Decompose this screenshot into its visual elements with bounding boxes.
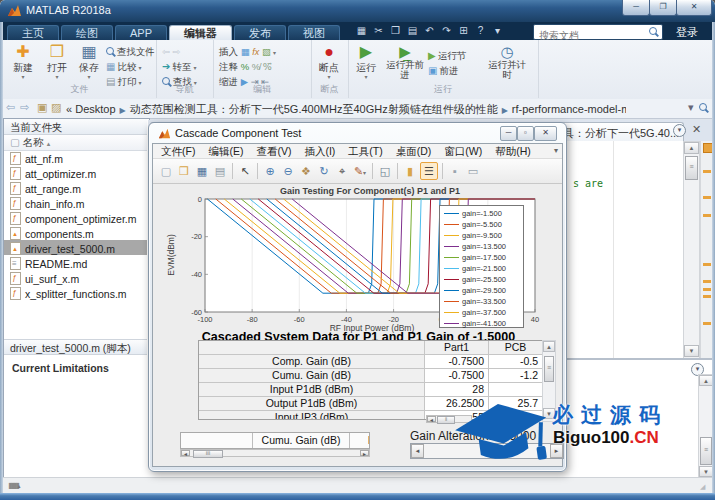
menu-item[interactable]: 查看(V) — [256, 144, 291, 158]
insert-button[interactable]: 插入 ▦ fx ▧▾ — [219, 44, 309, 59]
new-figure-icon[interactable]: ▢ — [158, 163, 174, 179]
menu-item[interactable]: 帮助(H) — [495, 144, 531, 158]
file-details-header[interactable]: driver_test_5000.m (脚本) — [4, 339, 147, 355]
editor-actions-icon[interactable]: ▾ — [673, 124, 686, 137]
hide-plot-tools-icon[interactable]: ▪ — [447, 163, 463, 179]
tab-主页[interactable]: 主页 — [7, 25, 59, 41]
scroll-up-icon[interactable]: ▲ — [543, 341, 555, 352]
table-cell-part1[interactable]: -0.7500 — [425, 355, 489, 369]
analyzer-marker[interactable] — [703, 170, 711, 173]
address-search-icon[interactable] — [699, 103, 707, 111]
scroll-down-icon[interactable]: ▼ — [684, 345, 699, 357]
file-row[interactable]: att_nf.m — [4, 150, 147, 165]
redo-icon[interactable]: ↷ — [439, 24, 454, 38]
plot-legend[interactable]: gain=-1.500gain=-5.500gain=-9.500gain=-1… — [439, 205, 524, 328]
pointer-icon[interactable]: ↖ — [237, 163, 253, 179]
bottom-table-hscrollbar[interactable]: ◄ ⦀⦀ ► — [180, 449, 370, 457]
maximize-button[interactable]: ❐ — [649, 0, 677, 16]
minimize-button[interactable]: ─ — [622, 0, 650, 16]
breakpoints-button[interactable]: ●断点▾ — [313, 43, 345, 80]
tab-绘图[interactable]: 绘图 — [61, 25, 113, 41]
address-dropdown-icon[interactable]: ▾ — [688, 101, 694, 114]
comment-button[interactable]: 注释 % %̸ %⃗ — [219, 59, 309, 74]
table-cell-part1[interactable]: -0.7500 — [425, 369, 489, 383]
scroll-left-icon[interactable]: ◄ — [427, 416, 436, 422]
bottom-table[interactable]: Cumu. Gain (dB) Input — [180, 432, 370, 449]
analyzer-marker[interactable] — [703, 263, 711, 266]
tab-视图[interactable]: 视图 — [288, 25, 340, 41]
table-cell-pcb[interactable]: -1.2 — [489, 369, 543, 383]
login-button[interactable]: 登录 — [676, 25, 698, 40]
help-icon[interactable]: ? — [473, 24, 488, 38]
analyzer-marker[interactable] — [703, 214, 711, 217]
new-button[interactable]: ✚新建▾ — [7, 43, 39, 80]
up-folder-icon[interactable]: ▣ — [37, 101, 47, 114]
compare-button[interactable]: ▦比较▾ — [106, 59, 156, 74]
tab-编辑器[interactable]: 编辑器 — [169, 25, 232, 41]
scroll-up-icon[interactable]: ▲ — [684, 142, 699, 154]
table-cell-pcb[interactable]: -0.5 — [489, 355, 543, 369]
tab-发布[interactable]: 发布 — [234, 25, 286, 41]
show-plot-tools-icon[interactable]: ▭ — [465, 163, 481, 179]
file-row[interactable]: component_optimizer.m — [4, 210, 147, 225]
paste-icon[interactable]: ▤ — [405, 24, 420, 38]
scroll-left-icon[interactable]: ◄ — [181, 450, 190, 456]
scroll-thumb[interactable]: ≡ — [544, 356, 554, 382]
menu-item[interactable]: 编辑(E) — [208, 144, 243, 158]
close-button[interactable]: ✕ — [676, 0, 712, 16]
zoom-out-icon[interactable]: ⊖ — [280, 163, 296, 179]
link-plot-icon[interactable]: ◱ — [377, 163, 393, 179]
resize-grip-icon[interactable]: ◢ — [700, 483, 705, 491]
dialog-close-button[interactable]: ✕ — [534, 126, 557, 141]
copy-icon[interactable]: ❐ — [388, 24, 403, 38]
editor-vscrollbar[interactable]: ▲ ≡ ▼ — [683, 141, 700, 360]
undo-icon[interactable]: ↶ — [422, 24, 437, 38]
breadcrumb-item[interactable]: 动态范围检测工具：分析下一代5G.400MHz至40GHz射频链在组件级的性能 — [130, 103, 498, 115]
nav-forward-icon[interactable]: ⇨ — [20, 101, 29, 114]
goto-button[interactable]: ➔转至▾ — [162, 59, 212, 74]
print-figure-icon[interactable]: ▤ — [212, 163, 228, 179]
statusbar-grip-icon[interactable]: ▮▮▮▮▴ — [8, 481, 21, 490]
analyzer-marker[interactable] — [703, 280, 711, 283]
file-row[interactable]: att_range.m — [4, 180, 147, 195]
analyzer-marker[interactable] — [703, 295, 711, 298]
pan-icon[interactable]: ❖ — [298, 163, 314, 179]
menu-item[interactable]: 工具(T) — [348, 144, 382, 158]
save-figure-icon[interactable]: ▦ — [194, 163, 210, 179]
legend-toggle-icon[interactable]: ☰ — [420, 162, 438, 180]
quickbar-dropdown-icon[interactable]: ▾ — [490, 24, 505, 38]
rotate-3d-icon[interactable]: ↻ — [316, 163, 332, 179]
scroll-thumb[interactable]: ⦀⦀ — [193, 450, 223, 458]
analyzer-marker[interactable] — [703, 288, 711, 291]
breadcrumb-item[interactable]: rf-performance-model-master — [512, 103, 626, 115]
file-row[interactable]: driver_test_5000.m — [4, 240, 147, 255]
cut-icon[interactable]: ✂ — [371, 24, 386, 38]
editor-close-icon[interactable]: ✕ — [692, 123, 701, 136]
open-button[interactable]: ❒打开▾ — [41, 43, 73, 80]
dialog-maximize-button[interactable]: ▫ — [517, 126, 534, 141]
name-column-header[interactable]: ▢ 名称 ▴ — [4, 135, 147, 151]
open-file-icon[interactable]: ❒ — [176, 163, 192, 179]
file-row[interactable]: x_splitter_functions.m — [4, 285, 147, 300]
file-row[interactable]: README.md — [4, 255, 147, 270]
file-row[interactable]: components.m — [4, 225, 147, 240]
menu-item[interactable]: 文件(F) — [161, 144, 195, 158]
doc-search-box[interactable] — [533, 24, 663, 40]
switch-window-icon[interactable]: ⊞ — [456, 24, 471, 38]
menu-item[interactable]: 窗口(W) — [444, 144, 482, 158]
advance-button[interactable]: ▣前进 — [428, 63, 484, 78]
menu-item[interactable]: 桌面(D) — [396, 144, 432, 158]
scroll-up-icon[interactable]: ▲ — [699, 375, 713, 386]
find-files-button[interactable]: 查找文件 — [106, 44, 156, 59]
file-row[interactable]: ui_surf_x.m — [4, 270, 147, 285]
file-row[interactable]: chain_info.m — [4, 195, 147, 210]
menu-item[interactable]: 插入(I) — [304, 144, 335, 158]
analyzer-marker[interactable] — [703, 322, 711, 325]
run-time-button[interactable]: ◷运行并计时 — [488, 43, 526, 80]
nav-back-icon[interactable]: ⇦ — [6, 101, 15, 114]
save-button[interactable]: ▦保存▾ — [73, 43, 105, 80]
scroll-thumb[interactable]: ≡ — [685, 156, 698, 180]
save-icon[interactable]: ▦ — [354, 24, 369, 38]
breadcrumb-item[interactable]: Desktop — [75, 103, 115, 115]
run-advance-button[interactable]: ▶̲运行并前进 — [386, 43, 424, 80]
